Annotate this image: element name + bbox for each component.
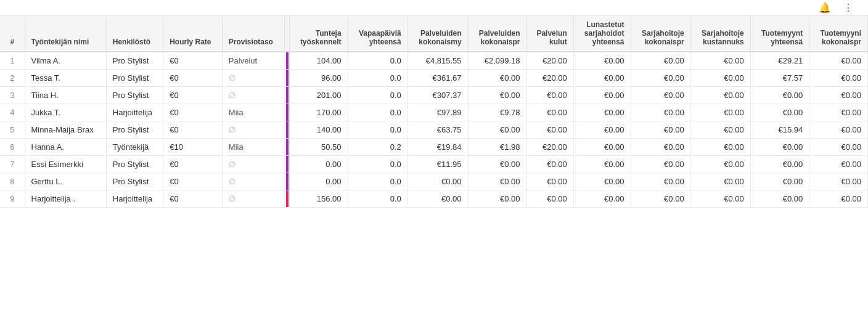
- cell-bar: [284, 173, 289, 190]
- cell-sarjahoitoje-kokonaispr: €0.00: [631, 87, 690, 104]
- cell-sarjahoitoje-kokonaispr: €0.00: [631, 70, 690, 87]
- cell-bar: [284, 139, 289, 156]
- bar-visual: [286, 52, 289, 69]
- cell-palveluiden-kokonaismy: €19.84: [407, 139, 468, 156]
- cell-lunastetut: €0.00: [573, 87, 631, 104]
- cell-palvelun-kulut: €0.00: [526, 104, 573, 121]
- payroll-table: # Työntekijän nimi Henkilöstö Hourly Rat…: [0, 15, 868, 208]
- cell-sarjahoitoje-kokonaispr: €0.00: [631, 173, 690, 190]
- cell-sarjahoitoje-kustannuks: €0.00: [690, 104, 750, 121]
- cell-palveluiden-kokonaismy: €63.75: [407, 121, 468, 139]
- table-row: 5 Minna-Maija Brax Pro Stylist €0 ∅ 140.…: [0, 121, 868, 139]
- cell-provisiotas: Miia: [222, 139, 284, 156]
- cell-palveluiden-kokonaismy: €0.00: [407, 190, 468, 208]
- header-actions: 🔔 ⋮: [816, 0, 856, 16]
- col-henkilosto: Henkilöstö: [106, 15, 163, 52]
- bar-visual: [286, 70, 289, 86]
- cell-tuotemyyni-kokonaispr: €0.00: [809, 156, 868, 173]
- col-tuotemyyni-kokonaispr: Tuotemyynikokonaispr: [809, 15, 868, 52]
- cell-provisiotas: ∅: [222, 70, 284, 87]
- cell-palvelun-kulut: €0.00: [526, 156, 573, 173]
- cell-tuotemyynt-yhteensa: €0.00: [750, 87, 809, 104]
- cell-provisiotas: ∅: [222, 190, 284, 208]
- cell-tuotemyyni-kokonaispr: €0.00: [809, 87, 868, 104]
- cell-tuotemyynt-yhteensa: €0.00: [750, 139, 809, 156]
- cell-lunastetut: €0.00: [573, 139, 631, 156]
- cell-henkilosto: Pro Stylist: [106, 87, 163, 104]
- cell-palveluiden-kokonaispr: €0.00: [468, 121, 526, 139]
- cell-vapaapaivia: 0.0: [348, 87, 407, 104]
- cell-vapaapaivia: 0.0: [348, 156, 407, 173]
- cell-palveluiden-kokonaispr: €1.98: [468, 139, 526, 156]
- cell-lunastetut: €0.00: [573, 190, 631, 208]
- cell-name: Jukka T.: [25, 104, 106, 121]
- cell-vapaapaivia: 0.0: [348, 121, 407, 139]
- cell-tunteja: 0.00: [289, 156, 348, 173]
- cell-tuotemyyni-kokonaispr: €0.00: [809, 121, 868, 139]
- cell-palveluiden-kokonaispr: €0.00: [468, 87, 526, 104]
- cell-palveluiden-kokonaismy: €307.37: [407, 87, 468, 104]
- cell-tuotemyynt-yhteensa: €0.00: [750, 104, 809, 121]
- cell-name: Gerttu L.: [25, 173, 106, 190]
- cell-sarjahoitoje-kokonaispr: €0.00: [631, 52, 690, 70]
- cell-palvelun-kulut: €0.00: [526, 173, 573, 190]
- col-num: #: [0, 15, 25, 52]
- cell-palveluiden-kokonaispr: €0.00: [468, 173, 526, 190]
- col-lunastetut: Lunastetutsarjahoidotyhteensä: [573, 15, 631, 52]
- cell-vapaapaivia: 0.0: [348, 70, 407, 87]
- cell-tunteja: 96.00: [289, 70, 348, 87]
- cell-sarjahoitoje-kokonaispr: €0.00: [631, 104, 690, 121]
- cell-hourly-rate: €0: [163, 156, 223, 173]
- table-body: 1 Vilma A. Pro Stylist €0 Palvelut 104.0…: [0, 52, 868, 208]
- cell-name: Vilma A.: [25, 52, 106, 70]
- cell-vapaapaivia: 0.2: [348, 139, 407, 156]
- cell-sarjahoitoje-kustannuks: €0.00: [690, 70, 750, 87]
- cell-sarjahoitoje-kustannuks: €0.00: [690, 121, 750, 139]
- cell-sarjahoitoje-kustannuks: €0.00: [690, 139, 750, 156]
- col-tuotemyynt-yhteensa: Tuotemyyntyhteensä: [750, 15, 809, 52]
- empty-symbol: ∅: [229, 160, 235, 169]
- cell-hourly-rate: €0: [163, 190, 223, 208]
- col-provisiotas: Provisiotaso: [222, 15, 284, 52]
- cell-vapaapaivia: 0.0: [348, 52, 407, 70]
- bar-visual: [286, 190, 289, 207]
- cell-palveluiden-kokonaismy: €11.95: [407, 156, 468, 173]
- cell-tunteja: 201.00: [289, 87, 348, 104]
- bar-visual: [286, 87, 289, 104]
- col-name: Työntekijän nimi: [25, 15, 106, 52]
- cell-sarjahoitoje-kokonaispr: €0.00: [631, 139, 690, 156]
- cell-bar: [284, 104, 289, 121]
- cell-henkilosto: Pro Stylist: [106, 52, 163, 70]
- bar-visual: [286, 104, 289, 121]
- bar-visual: [286, 139, 289, 155]
- empty-symbol: ∅: [229, 125, 235, 134]
- more-menu-button[interactable]: ⋮: [841, 0, 856, 16]
- bell-button[interactable]: 🔔: [816, 0, 833, 16]
- table-row: 3 Tiina H. Pro Stylist €0 ∅ 201.00 0.0 €…: [0, 87, 868, 104]
- cell-palveluiden-kokonaispr: €2,099.18: [468, 52, 526, 70]
- cell-tuotemyynt-yhteensa: €0.00: [750, 190, 809, 208]
- cell-sarjahoitoje-kokonaispr: €0.00: [631, 190, 690, 208]
- cell-palveluiden-kokonaispr: €0.00: [468, 156, 526, 173]
- cell-name: Tiina H.: [25, 87, 106, 104]
- cell-tuotemyynt-yhteensa: €29.21: [750, 52, 809, 70]
- cell-hourly-rate: €0: [163, 52, 223, 70]
- cell-hourly-rate: €0: [163, 70, 223, 87]
- cell-hourly-rate: €0: [163, 104, 223, 121]
- cell-bar: [284, 52, 289, 70]
- empty-symbol: ∅: [229, 194, 235, 203]
- cell-vapaapaivia: 0.0: [348, 173, 407, 190]
- cell-palveluiden-kokonaispr: €0.00: [468, 190, 526, 208]
- empty-symbol: ∅: [229, 177, 235, 186]
- cell-sarjahoitoje-kustannuks: €0.00: [690, 156, 750, 173]
- cell-lunastetut: €0.00: [573, 121, 631, 139]
- cell-provisiotas: Miia: [222, 104, 284, 121]
- cell-tunteja: 170.00: [289, 104, 348, 121]
- bar-visual: [286, 156, 289, 173]
- cell-palvelun-kulut: €0.00: [526, 87, 573, 104]
- cell-lunastetut: €0.00: [573, 156, 631, 173]
- cell-name: Minna-Maija Brax: [25, 121, 106, 139]
- cell-henkilosto: Pro Stylist: [106, 121, 163, 139]
- cell-hourly-rate: €0: [163, 173, 223, 190]
- cell-tunteja: 140.00: [289, 121, 348, 139]
